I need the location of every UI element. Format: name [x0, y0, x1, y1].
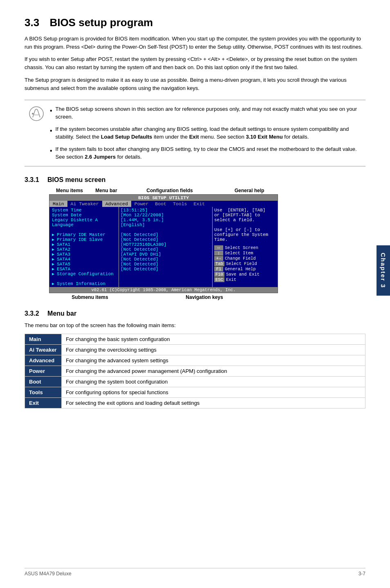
menu-bar-row-1: Ai TweakerFor changing the overclocking …: [25, 344, 365, 355]
nav-key-row-f10: F10 Save and Exit: [214, 272, 276, 277]
footer-right: 3-7: [359, 571, 365, 577]
bios-top-labels: Menu items Menu bar Configuration fields…: [49, 188, 278, 193]
bios-nav-tools: Tools: [170, 201, 191, 207]
label-nav-keys: Navigation keys: [131, 294, 278, 300]
note-box: • The BIOS setup screens shown in this s…: [25, 100, 365, 166]
key-sym-tab: Tab: [214, 261, 224, 266]
key-desc-select-item: Select Item: [225, 251, 253, 256]
menu-bar-desc-5: For configuring options for special func…: [62, 387, 365, 397]
menu-sata2: SATA2: [51, 247, 117, 252]
bios-help-text: Use [ENTER], [TAB] or [SHIFT-TAB] to sel…: [214, 208, 276, 242]
note-text-3: If the system fails to boot after changi…: [56, 145, 361, 161]
label-general-help: General help: [221, 188, 278, 193]
section-heading: BIOS setup program: [49, 16, 153, 29]
menu-bar-desc-3: For changing the advanced power manageme…: [62, 366, 365, 376]
bios-title-bar: BIOS SETUP UTILITY: [49, 195, 278, 201]
section-number: 3.3: [25, 16, 39, 29]
note-item-2: • If the system becomes unstable after c…: [50, 125, 361, 141]
subsection-2-heading: Menu bar: [47, 310, 76, 317]
menu-spacer-1: [51, 227, 117, 232]
key-desc-save-exit: Save and Exit: [226, 272, 260, 277]
label-menu-bar: Menu bar: [94, 188, 119, 193]
menu-bar-key-5: Tools: [25, 387, 62, 397]
note-item-3: • If the system fails to boot after chan…: [50, 145, 361, 161]
config-row-spacer: [121, 227, 211, 232]
key-sym-esc: ESC: [214, 277, 224, 282]
menu-esata: ESATA: [51, 267, 117, 272]
key-sym-arrows: ↔: [214, 245, 223, 250]
menu-bar-row-3: PowerFor changing the advanced power man…: [25, 366, 365, 376]
menu-legacy-diskette: Legacy Diskette A: [51, 218, 117, 222]
menu-system-date: System Date: [51, 213, 117, 218]
menu-bar-key-2: Advanced: [25, 355, 62, 366]
bios-body: System Time System Date Legacy Diskette …: [49, 207, 278, 287]
nav-key-row-f1: F1 General Help: [214, 267, 276, 272]
subsection-2-intro: The menu bar on top of the screen has th…: [25, 321, 365, 330]
label-menu-items: Menu items: [49, 188, 90, 193]
menu-language: Language: [51, 222, 117, 227]
key-sym-plusminus: +-: [214, 256, 223, 261]
nav-key-row-change-field: +- Change Field: [214, 256, 276, 261]
menu-bar-desc-4: For changing the system boot configurati…: [62, 376, 365, 387]
bullet-2: •: [50, 126, 52, 136]
bios-nav-ai-tweaker: Ai Tweaker: [67, 201, 102, 207]
note-text-1: The BIOS setup screens shown in this sec…: [56, 105, 361, 121]
bios-diagram: Menu items Menu bar Configuration fields…: [49, 188, 365, 300]
chapter-tab: Chapter 3: [377, 245, 390, 296]
menu-sata4: SATA4: [51, 257, 117, 262]
page-footer: ASUS M4A79 Deluxe 3-7: [25, 568, 365, 577]
key-desc-exit: Exit: [226, 277, 236, 282]
bios-help-panel: Use [ENTER], [TAB] or [SHIFT-TAB] to sel…: [212, 207, 278, 287]
key-sym-updown: ↕: [214, 251, 223, 256]
bullet-1: •: [50, 106, 52, 116]
menu-bar-desc-6: For selecting the exit options and loadi…: [62, 397, 365, 408]
section-title: 3.3 BIOS setup program: [25, 16, 365, 29]
svg-point-1: [32, 113, 34, 114]
menu-bar-row-2: AdvancedFor changing the advanced system…: [25, 355, 365, 366]
menu-bar-row-0: MainFor changing the basic system config…: [25, 334, 365, 344]
subsection-1-heading: BIOS menu screen: [47, 176, 105, 183]
bios-nav-main: Main: [49, 201, 67, 207]
menu-storage-config: Storage Configuration: [51, 272, 117, 276]
menu-sata1: SATA1: [51, 242, 117, 247]
menu-bar-desc-2: For changing the advanced system setting…: [62, 355, 365, 366]
menu-primary-ide-slave: Primary IDE Slave: [51, 237, 117, 242]
note-item-1: • The BIOS setup screens shown in this s…: [50, 105, 361, 121]
menu-system-time: System Time: [51, 208, 117, 213]
bios-left-menu: System Time System Date Legacy Diskette …: [49, 207, 119, 287]
note-icon: [29, 106, 44, 123]
menu-bar-row-5: ToolsFor configuring options for special…: [25, 387, 365, 397]
svg-point-0: [29, 107, 43, 121]
config-row-11: [Not Detected]: [121, 262, 211, 267]
key-desc-select-field: Select Field: [226, 261, 257, 266]
config-row-3: [1.44M, 3.5 in.]: [121, 218, 211, 222]
section-para-1: A BIOS Setup program is provided for BIO…: [25, 35, 365, 51]
config-row-12: [Not Detected]: [121, 267, 211, 272]
section-para-3: The Setup program is designed to make it…: [25, 76, 365, 92]
menu-bar-key-1: Ai Tweaker: [25, 344, 62, 355]
config-row-1: [13:51:25]: [121, 208, 211, 213]
key-sym-f10: F10: [214, 272, 224, 277]
bios-nav-boot: Boot: [152, 201, 170, 207]
config-row-4: [English]: [121, 222, 211, 227]
menu-bar-key-4: Boot: [25, 376, 62, 387]
nav-key-row-select-item: ↕ Select Item: [214, 251, 276, 256]
menu-bar-key-3: Power: [25, 366, 62, 376]
menu-system-info: System Information: [51, 281, 117, 286]
footer-left: ASUS M4A79 Deluxe: [25, 571, 72, 577]
config-row-8: [Not Detected]: [121, 247, 211, 252]
section-para-2: If you wish to enter Setup after POST, r…: [25, 55, 365, 72]
bios-footer: v02.61 (C)Copyright 1985-2008, American …: [49, 287, 278, 293]
config-row-10: [Not Detected]: [121, 257, 211, 262]
label-config-fields: Configuration fields: [119, 188, 221, 193]
bios-nav-bar: Main Ai Tweaker Advanced Power Boot Tool…: [49, 201, 278, 207]
note-text-2: If the system becomes unstable after cha…: [56, 125, 361, 141]
menu-bar-key-0: Main: [25, 334, 62, 344]
menu-bar-key-6: Exit: [25, 397, 62, 408]
subsection-2-title: 3.3.2 Menu bar: [25, 310, 365, 317]
menu-bar-row-6: ExitFor selecting the exit options and l…: [25, 397, 365, 408]
menu-bar-table: MainFor changing the basic system config…: [25, 334, 365, 408]
bios-screen: BIOS SETUP UTILITY Main Ai Tweaker Advan…: [49, 194, 278, 293]
config-row-2: [Mon 12/22/2008]: [121, 213, 211, 218]
nav-key-row-select-field: Tab Select Field: [214, 261, 276, 266]
